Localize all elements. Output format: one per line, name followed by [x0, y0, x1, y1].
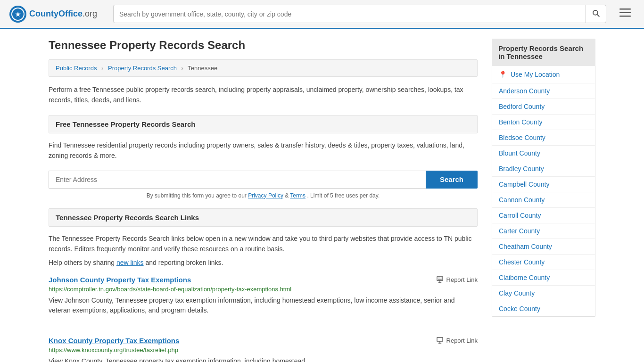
hamburger-menu-button[interactable] — [616, 7, 635, 21]
address-search-form: Search By submitting this form you agree… — [49, 171, 478, 199]
sidebar-county-item[interactable]: Carroll County — [492, 208, 595, 223]
links-section-description: The Tennessee Property Records Search li… — [49, 233, 478, 255]
sidebar-county-item[interactable]: Carter County — [492, 223, 595, 239]
content-area: Tennessee Property Records Search Public… — [49, 39, 478, 362]
free-search-heading: Free Tennessee Property Records Search — [49, 115, 478, 133]
sidebar-county-item[interactable]: Cocke County — [492, 301, 595, 316]
sidebar-county-item[interactable]: Claiborne County — [492, 270, 595, 286]
sidebar-county-item[interactable]: Clay County — [492, 286, 595, 301]
report-link-button-1[interactable]: Report Link — [436, 276, 478, 283]
links-list: Johnson County Property Tax Exemptions R… — [49, 276, 478, 362]
sidebar-county-item[interactable]: Bradley County — [492, 161, 595, 177]
logo[interactable]: ★ CountyOffice.org — [9, 6, 104, 23]
sidebar-list: 📍 Use My Location Anderson CountyBedford… — [492, 66, 595, 317]
report-icon — [436, 337, 444, 344]
main-container: Tennessee Property Records Search Public… — [39, 29, 605, 362]
new-links-link[interactable]: new links — [116, 259, 144, 266]
breadcrumb-sep-2: › — [182, 65, 183, 72]
svg-text:★: ★ — [15, 11, 21, 18]
terms-link[interactable]: Terms — [290, 192, 305, 199]
svg-rect-7 — [619, 12, 631, 14]
svg-rect-8 — [619, 16, 631, 17]
links-section-heading: Tennessee Property Records Search Links — [49, 208, 478, 227]
share-line: Help others by sharing new links and rep… — [49, 259, 478, 266]
logo-text: CountyOffice.org — [29, 9, 97, 19]
link-desc-knox-tax: View Knox County, Tennessee property tax… — [49, 356, 478, 362]
global-search-button[interactable] — [586, 5, 606, 23]
report-icon — [436, 276, 444, 283]
free-search-description: Find Tennessee residential property reco… — [49, 140, 478, 161]
site-header: ★ CountyOffice.org — [0, 0, 644, 29]
breadcrumb-public-records[interactable]: Public Records — [56, 65, 97, 72]
location-pin-icon: 📍 — [499, 71, 507, 78]
address-search-button[interactable]: Search — [426, 171, 478, 189]
county-list: Anderson CountyBedford CountyBenton Coun… — [492, 83, 595, 316]
sidebar-county-item[interactable]: Blount County — [492, 146, 595, 161]
search-icon — [592, 9, 600, 17]
sidebar-county-item[interactable]: Anderson County — [492, 83, 595, 99]
link-url-knox-tax[interactable]: https://www.knoxcounty.org/trustee/taxre… — [49, 346, 478, 354]
privacy-policy-link[interactable]: Privacy Policy — [248, 192, 283, 199]
sidebar-county-item[interactable]: Campbell County — [492, 177, 595, 192]
address-input[interactable] — [49, 171, 426, 189]
link-item: Knox County Property Tax Exemptions Repo… — [49, 337, 478, 362]
sidebar: Property Records Search in Tennessee 📍 U… — [492, 39, 595, 362]
sidebar-county-item[interactable]: Bedford County — [492, 99, 595, 115]
sidebar-county-item[interactable]: Cannon County — [492, 192, 595, 208]
hamburger-icon — [619, 8, 631, 17]
link-title-johnson-tax[interactable]: Johnson County Property Tax Exemptions — [49, 276, 191, 284]
report-link-button-2[interactable]: Report Link — [436, 337, 478, 344]
sidebar-county-item[interactable]: Cheatham County — [492, 239, 595, 255]
sidebar-title: Property Records Search in Tennessee — [492, 39, 595, 66]
global-search-input[interactable] — [114, 7, 586, 22]
svg-line-5 — [597, 15, 599, 16]
use-my-location-button[interactable]: 📍 Use My Location — [492, 66, 595, 83]
breadcrumb: Public Records › Property Records Search… — [49, 59, 478, 77]
global-search-bar — [113, 5, 606, 23]
form-disclaimer: By submitting this form you agree to our… — [49, 192, 478, 199]
page-title: Tennessee Property Records Search — [49, 39, 478, 52]
sidebar-county-item[interactable]: Chester County — [492, 255, 595, 270]
breadcrumb-tennessee: Tennessee — [188, 65, 217, 72]
page-description: Perform a free Tennessee public property… — [49, 84, 478, 106]
link-url-johnson-tax[interactable]: https://comptroller.tn.gov/boards/state-… — [49, 286, 478, 293]
breadcrumb-property-records-search[interactable]: Property Records Search — [108, 65, 177, 72]
use-my-location-label: Use My Location — [511, 71, 560, 78]
logo-icon: ★ — [9, 6, 26, 23]
link-desc-johnson-tax: View Johnson County, Tennessee property … — [49, 296, 478, 315]
sidebar-county-item[interactable]: Bledsoe County — [492, 130, 595, 146]
sidebar-county-item[interactable]: Benton County — [492, 115, 595, 130]
breadcrumb-sep-1: › — [101, 65, 103, 72]
link-item: Johnson County Property Tax Exemptions R… — [49, 276, 478, 325]
link-title-knox-tax[interactable]: Knox County Property Tax Exemptions — [49, 337, 179, 345]
svg-rect-6 — [619, 8, 631, 10]
